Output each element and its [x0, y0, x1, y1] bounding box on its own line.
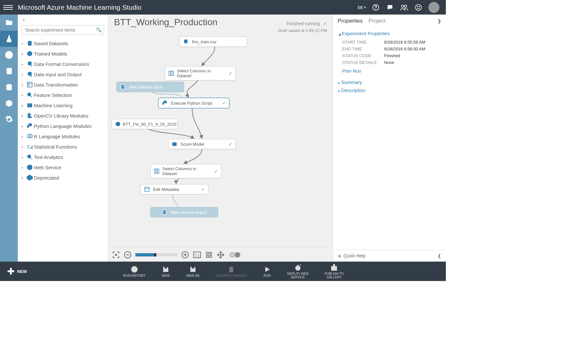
publish-button[interactable]: PUBLISH TO GALLERY	[325, 264, 344, 279]
cat-machine-learning[interactable]: ▸Machine Learning	[20, 100, 105, 110]
svg-point-29	[115, 254, 117, 255]
svg-rect-23	[169, 71, 173, 76]
cat-data-format[interactable]: ▸Data Format Conversions	[20, 59, 105, 69]
save-as-button[interactable]: SAVE AS	[186, 265, 200, 277]
section-description[interactable]: Description	[338, 88, 441, 93]
globe-icon	[162, 209, 169, 215]
cat-statistical[interactable]: ▸ΣStatistical Functions	[20, 141, 105, 152]
cat-deprecated[interactable]: ▸Deprecated	[20, 172, 105, 183]
score-icon	[172, 141, 179, 147]
cat-web-service[interactable]: ▸Web Service	[20, 162, 105, 172]
python-icon	[162, 100, 169, 106]
cat-text-analytics[interactable]: ▸Text Analytics	[20, 152, 105, 162]
row-end-time: END TIME9/28/2016 6:56:00 AM	[338, 46, 441, 52]
node-score-model[interactable]: Score Model ✓	[168, 139, 236, 149]
rail-models[interactable]	[0, 95, 18, 111]
node-dataset[interactable]: fins_train.csv	[179, 36, 247, 47]
node-ws-output[interactable]: Web service output	[150, 207, 218, 217]
discard-button[interactable]: DISCARD CHANGES	[216, 265, 247, 277]
rail-experiments[interactable]	[0, 31, 18, 47]
globe-icon	[120, 84, 127, 90]
help-icon[interactable]	[372, 3, 380, 12]
new-button[interactable]: ✚NEW	[0, 266, 34, 277]
columns-icon	[154, 168, 160, 174]
cat-data-io[interactable]: ▸Data Input and Output	[20, 69, 105, 79]
rail-notebooks[interactable]	[0, 63, 18, 79]
model-icon	[115, 121, 121, 127]
help-small-icon: ◉	[338, 253, 341, 258]
node-label: Score Model	[181, 142, 204, 147]
cat-python[interactable]: ▸Python Language Modules	[20, 121, 105, 131]
zoom-slider[interactable]	[135, 253, 177, 256]
hamburger-menu[interactable]	[3, 3, 13, 12]
svg-point-6	[419, 6, 420, 7]
node-python[interactable]: Execute Python Script ✓	[158, 98, 229, 108]
people-icon[interactable]	[400, 3, 408, 12]
canvas-toolbar: 1:1	[108, 247, 333, 262]
experiment-title[interactable]: BTT_Working_Production	[114, 17, 287, 27]
check-icon: ✓	[323, 21, 327, 26]
svg-rect-15	[28, 113, 30, 118]
search-icon[interactable]: 🔍	[96, 27, 101, 32]
graph[interactable]: fins_train.csv Select Columns in Dataset…	[108, 35, 333, 247]
svg-point-13	[27, 93, 31, 96]
main: ‹ 🔍 ▸Saved Datasets ▸Trained Models ▸Dat…	[0, 15, 446, 262]
svg-point-4	[415, 4, 421, 10]
cat-saved-datasets[interactable]: ▸Saved Datasets	[20, 38, 105, 48]
rail-datasets[interactable]	[0, 79, 18, 95]
palette: ‹ 🔍 ▸Saved Datasets ▸Trained Models ▸Dat…	[18, 15, 108, 262]
svg-rect-12	[27, 82, 32, 87]
cat-feature-selection[interactable]: ▸Feature Selection	[20, 90, 105, 100]
cat-label: Python Language Modules	[34, 123, 91, 129]
chat-icon[interactable]	[386, 3, 394, 12]
zoom-fit-icon[interactable]	[112, 251, 120, 259]
node-select-columns-1[interactable]: Select Columns in Dataset ✓	[165, 66, 236, 80]
svg-rect-26	[154, 169, 159, 173]
rail-webservices[interactable]	[0, 47, 18, 63]
cat-label: Feature Selection	[34, 92, 72, 98]
draft-saved: Draft saved at 1:49:12 PM	[108, 28, 333, 35]
top-bar: Microsoft Azure Machine Learning Studio …	[0, 0, 446, 15]
tab-properties[interactable]: Properties	[338, 18, 362, 24]
zoom-in-button[interactable]	[181, 251, 189, 259]
check-icon: ✓	[223, 142, 232, 147]
bottom-bar: ✚NEW RUN HISTORY SAVE SAVE AS DISCARD CH…	[0, 262, 446, 281]
smile-icon[interactable]	[414, 3, 423, 12]
node-select-columns-2[interactable]: Select Columns in Dataset ✓	[150, 164, 221, 178]
cat-trained-models[interactable]: ▸Trained Models	[20, 48, 105, 59]
check-icon: ✓	[216, 101, 226, 106]
cat-label: Statistical Functions	[34, 144, 77, 150]
search-input[interactable]	[22, 25, 104, 35]
cat-r[interactable]: ▸RR Language Modules	[20, 131, 105, 141]
section-experiment-properties[interactable]: Experiment Properties	[338, 31, 441, 36]
node-label: Web service output	[171, 210, 206, 215]
avatar[interactable]	[428, 2, 439, 13]
node-trained-model[interactable]: BTT_Fin_80_F1_9_20_2016	[111, 119, 178, 129]
rail-settings[interactable]	[0, 111, 18, 128]
cat-label: Data Input and Output	[34, 72, 82, 77]
zoom-actual-icon[interactable]: 1:1	[193, 251, 201, 259]
cat-label: R Language Modules	[34, 134, 80, 139]
node-edit-metadata[interactable]: Edit Metadata ✓	[141, 184, 208, 194]
quick-help[interactable]: ◉ Quick Help ❮	[333, 250, 446, 262]
run-history-button[interactable]: RUN HISTORY	[123, 265, 146, 277]
rail-projects[interactable]	[0, 15, 18, 31]
minimap-icon[interactable]	[205, 251, 213, 259]
save-button[interactable]: SAVE	[162, 265, 170, 277]
webservice-toggle[interactable]	[228, 251, 241, 259]
node-ws-input[interactable]: Web service input	[116, 82, 184, 92]
cat-opencv[interactable]: ▸OpenCV Library Modules	[20, 110, 105, 121]
run-button[interactable]: RUN	[263, 265, 271, 277]
columns-icon	[168, 70, 175, 76]
expand-arrow-icon[interactable]: ❯	[437, 18, 441, 24]
palette-collapse[interactable]: ‹	[20, 16, 105, 23]
zoom-out-button[interactable]	[124, 251, 131, 259]
svg-point-35	[235, 252, 240, 257]
user-menu[interactable]: btt	[358, 5, 366, 10]
cat-data-transform[interactable]: ▸Data Transformation	[20, 79, 105, 90]
deploy-button[interactable]: DEPLOY WEB SERVICE	[287, 264, 309, 279]
pan-icon[interactable]	[217, 251, 225, 259]
prior-run-link[interactable]: Prior Run	[338, 66, 441, 77]
section-summary[interactable]: Summary	[338, 79, 441, 85]
tab-project[interactable]: Project	[368, 18, 385, 24]
